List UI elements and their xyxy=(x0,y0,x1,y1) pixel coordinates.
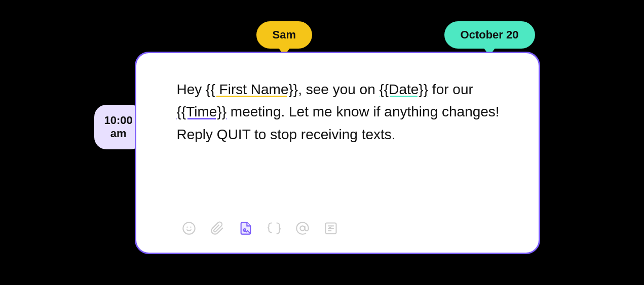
sam-bubble: Sam xyxy=(256,21,312,49)
date-bubble: October 20 xyxy=(444,21,535,49)
message-body: Hey {{ First Name}}, see you on {{Date}}… xyxy=(177,78,513,146)
time-variable: {{Time}} xyxy=(177,104,227,119)
mention-icon[interactable] xyxy=(295,221,310,237)
emoji-icon[interactable] xyxy=(182,221,196,237)
svg-point-1 xyxy=(186,226,187,227)
svg-point-4 xyxy=(300,226,305,230)
message-card: Hey {{ First Name}}, see you on {{Date}}… xyxy=(135,52,540,254)
checklist-icon[interactable] xyxy=(324,221,338,237)
media-icon[interactable] xyxy=(239,221,253,237)
message-toolbar xyxy=(177,221,513,237)
first-name-variable: {{ First Name}} xyxy=(206,82,298,97)
time-label: 10:00am xyxy=(104,114,133,140)
date-variable: {{Date}} xyxy=(380,82,429,97)
sam-label: Sam xyxy=(273,28,296,41)
svg-point-0 xyxy=(183,222,195,234)
svg-point-2 xyxy=(190,226,191,227)
date-label: October 20 xyxy=(461,28,519,41)
attachment-icon[interactable] xyxy=(210,221,224,237)
variable-icon[interactable] xyxy=(267,221,281,237)
